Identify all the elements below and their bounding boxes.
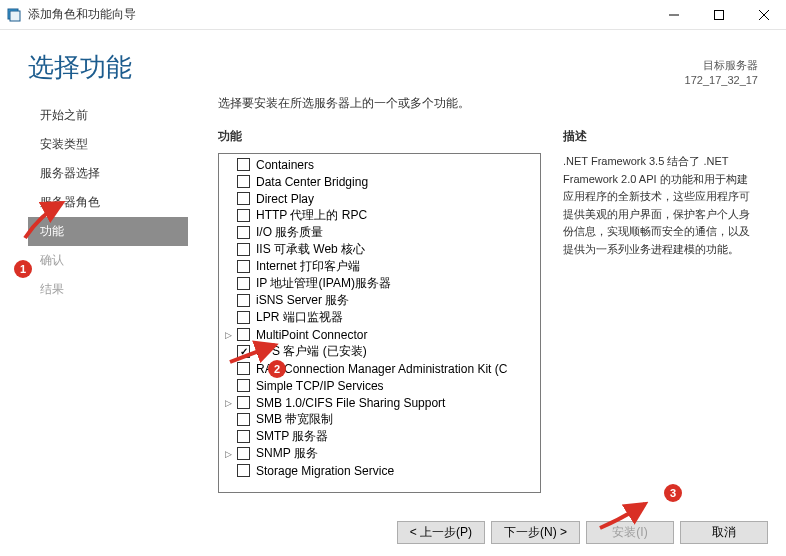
features-heading: 功能: [218, 128, 541, 145]
maximize-button[interactable]: [696, 0, 741, 30]
feature-row[interactable]: Simple TCP/IP Services: [219, 377, 540, 394]
expand-icon[interactable]: ▷: [223, 397, 234, 408]
feature-checkbox[interactable]: [237, 158, 250, 171]
feature-checkbox[interactable]: [237, 396, 250, 409]
feature-row[interactable]: ▷SNMP 服务: [219, 445, 540, 462]
feature-checkbox[interactable]: [237, 311, 250, 324]
feature-checkbox[interactable]: [237, 175, 250, 188]
feature-checkbox[interactable]: [237, 413, 250, 426]
feature-checkbox[interactable]: [237, 362, 250, 375]
expand-icon[interactable]: ▷: [223, 329, 234, 340]
feature-checkbox[interactable]: [237, 464, 250, 477]
next-button[interactable]: 下一步(N) >: [491, 521, 580, 544]
target-server-value: 172_17_32_17: [685, 73, 758, 88]
feature-label: IIS 可承载 Web 核心: [256, 241, 365, 258]
feature-row[interactable]: SMTP 服务器: [219, 428, 540, 445]
close-button[interactable]: [741, 0, 786, 30]
app-icon: [6, 7, 22, 23]
page-title: 选择功能: [28, 50, 758, 85]
feature-label: Storage Migration Service: [256, 464, 394, 478]
sidebar-item-3[interactable]: 服务器角色: [28, 188, 188, 217]
feature-row[interactable]: LPR 端口监视器: [219, 309, 540, 326]
feature-label: Containers: [256, 158, 314, 172]
feature-row[interactable]: Data Center Bridging: [219, 173, 540, 190]
feature-label: Direct Play: [256, 192, 314, 206]
feature-columns: 功能 ContainersData Center BridgingDirect …: [218, 128, 758, 493]
feature-label: Simple TCP/IP Services: [256, 379, 384, 393]
feature-checkbox[interactable]: [237, 192, 250, 205]
feature-checkbox[interactable]: [237, 243, 250, 256]
install-button[interactable]: 安装(I): [586, 521, 674, 544]
feature-label: SMB 带宽限制: [256, 411, 333, 428]
feature-row[interactable]: IIS 可承载 Web 核心: [219, 241, 540, 258]
minimize-button[interactable]: [651, 0, 696, 30]
feature-row[interactable]: ▷MultiPoint Connector: [219, 326, 540, 343]
feature-checkbox[interactable]: [237, 379, 250, 392]
svg-rect-1: [10, 11, 20, 21]
feature-label: I/O 服务质量: [256, 224, 323, 241]
content-area: 选择要安装在所选服务器上的一个或多个功能。 功能 ContainersData …: [188, 95, 758, 493]
sidebar-item-6[interactable]: 结果: [28, 275, 188, 304]
feature-row[interactable]: IP 地址管理(IPAM)服务器: [219, 275, 540, 292]
sidebar-item-0[interactable]: 开始之前: [28, 101, 188, 130]
feature-label: LPR 端口监视器: [256, 309, 343, 326]
feature-label: Data Center Bridging: [256, 175, 368, 189]
feature-row[interactable]: Direct Play: [219, 190, 540, 207]
feature-checkbox[interactable]: [237, 209, 250, 222]
feature-label: SMB 1.0/CIFS File Sharing Support: [256, 396, 445, 410]
feature-checkbox[interactable]: [237, 345, 250, 358]
feature-checkbox[interactable]: [237, 430, 250, 443]
sidebar-item-1[interactable]: 安装类型: [28, 130, 188, 159]
feature-label: iSNS Server 服务: [256, 292, 349, 309]
features-tree[interactable]: ContainersData Center BridgingDirect Pla…: [218, 153, 541, 493]
feature-label: SMTP 服务器: [256, 428, 328, 445]
feature-row[interactable]: I/O 服务质量: [219, 224, 540, 241]
header: 选择功能 目标服务器 172_17_32_17: [0, 30, 786, 95]
feature-label: RAS Connection Manager Administration Ki…: [256, 362, 507, 376]
feature-label: HTTP 代理上的 RPC: [256, 207, 367, 224]
feature-checkbox[interactable]: [237, 328, 250, 341]
main-area: 开始之前安装类型服务器选择服务器角色功能确认结果 选择要安装在所选服务器上的一个…: [0, 95, 786, 493]
sidebar-item-2[interactable]: 服务器选择: [28, 159, 188, 188]
feature-checkbox[interactable]: [237, 226, 250, 239]
feature-label: MultiPoint Connector: [256, 328, 367, 342]
wizard-sidebar: 开始之前安装类型服务器选择服务器角色功能确认结果: [28, 95, 188, 493]
feature-label: Internet 打印客户端: [256, 258, 360, 275]
sidebar-item-4[interactable]: 功能: [28, 217, 188, 246]
window-controls: [651, 0, 786, 30]
feature-row[interactable]: Containers: [219, 156, 540, 173]
sidebar-item-5[interactable]: 确认: [28, 246, 188, 275]
wizard-buttons: < 上一步(P) 下一步(N) > 安装(I) 取消: [397, 521, 768, 544]
feature-row[interactable]: iSNS Server 服务: [219, 292, 540, 309]
feature-row[interactable]: HTTP 代理上的 RPC: [219, 207, 540, 224]
feature-row[interactable]: ▷SMB 1.0/CIFS File Sharing Support: [219, 394, 540, 411]
feature-checkbox[interactable]: [237, 260, 250, 273]
previous-button[interactable]: < 上一步(P): [397, 521, 485, 544]
target-server-label: 目标服务器: [685, 58, 758, 73]
description-heading: 描述: [563, 128, 758, 145]
features-column: 功能 ContainersData Center BridgingDirect …: [218, 128, 541, 493]
feature-label: SNMP 服务: [256, 445, 318, 462]
feature-checkbox[interactable]: [237, 277, 250, 290]
feature-row[interactable]: Storage Migration Service: [219, 462, 540, 479]
feature-row[interactable]: NFS 客户端 (已安装): [219, 343, 540, 360]
feature-row[interactable]: SMB 带宽限制: [219, 411, 540, 428]
feature-label: IP 地址管理(IPAM)服务器: [256, 275, 391, 292]
feature-row[interactable]: RAS Connection Manager Administration Ki…: [219, 360, 540, 377]
instruction-text: 选择要安装在所选服务器上的一个或多个功能。: [218, 95, 758, 112]
titlebar: 添加角色和功能向导: [0, 0, 786, 30]
expand-icon[interactable]: ▷: [223, 448, 234, 459]
description-text: .NET Framework 3.5 结合了 .NET Framework 2.…: [563, 153, 758, 259]
feature-checkbox[interactable]: [237, 294, 250, 307]
feature-label: NFS 客户端 (已安装): [256, 343, 367, 360]
description-column: 描述 .NET Framework 3.5 结合了 .NET Framework…: [563, 128, 758, 493]
cancel-button[interactable]: 取消: [680, 521, 768, 544]
target-server-info: 目标服务器 172_17_32_17: [685, 58, 758, 89]
window-title: 添加角色和功能向导: [28, 6, 651, 23]
feature-row[interactable]: Internet 打印客户端: [219, 258, 540, 275]
feature-checkbox[interactable]: [237, 447, 250, 460]
svg-rect-3: [714, 10, 723, 19]
